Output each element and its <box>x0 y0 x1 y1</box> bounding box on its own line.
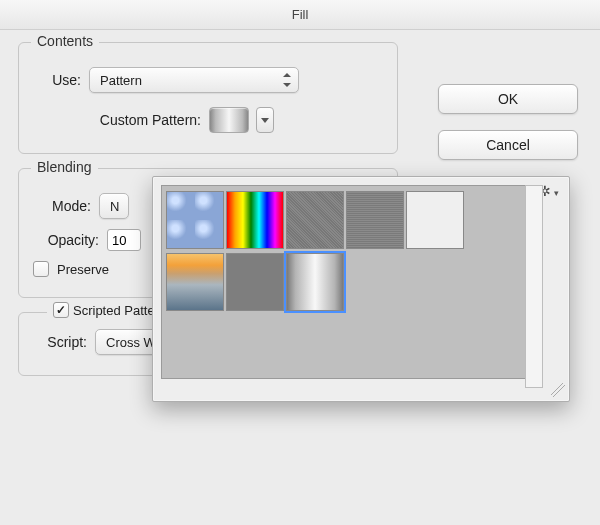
pattern-thumb-solid-gray[interactable] <box>226 253 284 311</box>
pattern-picker-popover: ✲ <box>152 176 570 402</box>
custom-pattern-swatch[interactable] <box>209 107 249 133</box>
pattern-thumb-noise-fine[interactable] <box>286 191 344 249</box>
use-select[interactable]: Pattern <box>89 67 299 93</box>
resize-grip-icon[interactable] <box>551 383 565 397</box>
pattern-thumb-noise-coarse[interactable] <box>346 191 404 249</box>
window-title: Fill <box>292 7 309 22</box>
blending-legend: Blending <box>31 159 98 175</box>
contents-group: Contents Use: Pattern Custom Pattern: <box>18 42 398 154</box>
custom-pattern-label: Custom Pattern: <box>33 112 201 128</box>
mode-select-value: N <box>110 199 119 214</box>
opacity-input[interactable] <box>107 229 141 251</box>
mode-select[interactable]: N <box>99 193 129 219</box>
contents-legend: Contents <box>31 33 99 49</box>
pattern-thumb-sunset-photo[interactable] <box>166 253 224 311</box>
pattern-thumb-bubbles[interactable] <box>166 191 224 249</box>
script-label: Script: <box>33 334 87 350</box>
pattern-thumb-metal-gradient[interactable] <box>286 253 344 311</box>
pattern-picker-scrollbar[interactable] <box>525 185 543 388</box>
pattern-grid <box>162 186 525 316</box>
ok-button[interactable]: OK <box>438 84 578 114</box>
custom-pattern-dropdown-button[interactable] <box>256 107 274 133</box>
updown-arrows-icon <box>282 72 292 88</box>
pattern-thumb-paper[interactable] <box>406 191 464 249</box>
cancel-button[interactable]: Cancel <box>438 130 578 160</box>
window-titlebar: Fill <box>0 0 600 30</box>
cancel-button-label: Cancel <box>486 137 530 153</box>
preserve-transparency-label: Preserve <box>57 262 109 277</box>
preserve-transparency-checkbox[interactable] <box>33 261 49 277</box>
dialog-button-column: OK Cancel <box>438 84 578 160</box>
use-label: Use: <box>33 72 81 88</box>
opacity-label: Opacity: <box>33 232 99 248</box>
ok-button-label: OK <box>498 91 518 107</box>
mode-label: Mode: <box>33 198 91 214</box>
scripted-patterns-checkbox[interactable] <box>53 302 69 318</box>
pattern-grid-container <box>161 185 525 379</box>
use-select-value: Pattern <box>100 73 142 88</box>
pattern-thumb-rainbow-gradient[interactable] <box>226 191 284 249</box>
